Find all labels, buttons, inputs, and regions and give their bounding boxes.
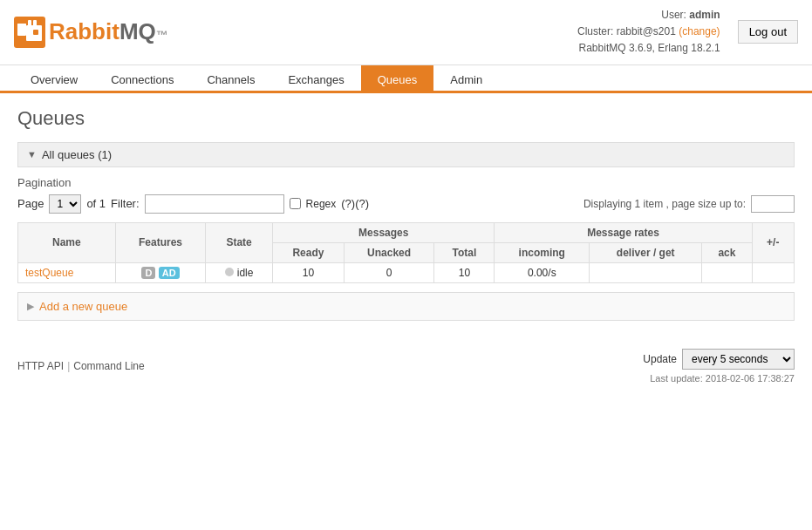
col-header-unacked: Unacked <box>344 242 434 262</box>
feature-badge-d: D <box>141 267 155 279</box>
logout-button[interactable]: Log out <box>738 20 798 44</box>
queue-features-cell: D AD <box>115 262 206 282</box>
col-header-deliver-get: deliver / get <box>590 242 702 262</box>
feature-badge-ad: AD <box>159 267 180 279</box>
queue-ready-cell: 10 <box>272 262 344 282</box>
col-header-incoming: incoming <box>495 242 590 262</box>
svg-rect-6 <box>33 30 38 35</box>
page-size-input[interactable]: 100 <box>751 195 795 213</box>
all-queues-section-header[interactable]: ▼ All queues (1) <box>17 142 795 167</box>
col-header-total: Total <box>434 242 495 262</box>
update-label: Update <box>643 353 677 365</box>
display-info: Displaying 1 item , page size up to: 100 <box>583 195 795 213</box>
last-update-label: Last update: <box>650 373 703 384</box>
page-title: Queues <box>17 107 795 130</box>
regex-hint: (?)(?) <box>341 197 369 210</box>
col-header-features: Features <box>115 222 206 262</box>
table-row: testQueueD AD idle100100.00/s <box>18 262 795 282</box>
update-section: Update every 5 secondsevery 10 secondsev… <box>643 349 795 384</box>
footer: HTTP API | Command Line Update every 5 s… <box>0 335 812 384</box>
col-group-messages: Messages <box>272 222 495 242</box>
add-queue-arrow-icon: ▶ <box>27 301 34 312</box>
regex-checkbox[interactable] <box>290 198 301 209</box>
nav-item-connections[interactable]: Connections <box>94 65 190 93</box>
nav-item-overview[interactable]: Overview <box>14 65 94 93</box>
update-select[interactable]: every 5 secondsevery 10 secondsevery 30 … <box>682 349 795 370</box>
col-header-name: Name <box>18 222 116 262</box>
rabbitmq-logo-icon <box>14 17 45 48</box>
username: admin <box>689 9 720 21</box>
queue-unacked-cell: 0 <box>344 262 434 282</box>
add-queue-label: Add a new queue <box>39 300 127 313</box>
queue-ack-cell <box>702 262 752 282</box>
regex-label: Regex <box>306 198 337 210</box>
of-label: of 1 <box>86 197 106 210</box>
logo: RabbitMQ™ <box>14 17 168 48</box>
nav-item-queues[interactable]: Queues <box>361 65 434 93</box>
queues-table: Name Features State Messages Message rat… <box>17 222 795 283</box>
main-content: Queues ▼ All queues (1) Pagination Page … <box>0 93 812 335</box>
collapse-arrow-icon: ▼ <box>27 149 37 160</box>
queue-total-cell: 10 <box>434 262 495 282</box>
user-info: User: admin Cluster: rabbit@s201 (change… <box>577 7 720 58</box>
add-queue-section[interactable]: ▶ Add a new queue <box>17 292 795 321</box>
nav-item-channels[interactable]: Channels <box>190 65 271 93</box>
cluster-label: Cluster: <box>577 25 613 37</box>
queue-name-cell: testQueue <box>18 262 116 282</box>
navigation: OverviewConnectionsChannelsExchangesQueu… <box>0 65 812 93</box>
update-row: Update every 5 secondsevery 10 secondsev… <box>643 349 795 370</box>
nav-item-exchanges[interactable]: Exchanges <box>271 65 360 93</box>
pagination-label: Pagination <box>17 176 795 189</box>
command-line-link[interactable]: Command Line <box>73 360 144 372</box>
col-header-state: State <box>206 222 273 262</box>
page-select[interactable]: 1 <box>49 194 81 214</box>
last-update: Last update: 2018-02-06 17:38:27 <box>650 373 795 384</box>
col-header-ready: Ready <box>272 242 344 262</box>
header: RabbitMQ™ User: admin Cluster: rabbit@s2… <box>0 0 812 65</box>
cluster-change-link[interactable]: (change) <box>679 25 720 37</box>
http-api-link[interactable]: HTTP API <box>17 360 64 372</box>
all-queues-label: All queues (1) <box>42 148 112 161</box>
queue-deliver-get-cell <box>590 262 702 282</box>
pagination-row: Page 1 of 1 Filter: Regex (?)(?) Display… <box>17 194 795 214</box>
queue-name-link[interactable]: testQueue <box>25 267 73 279</box>
queue-state-cell: idle <box>206 262 273 282</box>
svg-rect-2 <box>17 24 26 30</box>
col-header-ack: ack <box>702 242 752 262</box>
logo-text: RabbitMQ™ <box>49 18 168 45</box>
cluster-name: rabbit@s201 <box>617 25 676 37</box>
filter-input[interactable] <box>145 194 284 214</box>
col-group-message-rates: Message rates <box>495 222 752 242</box>
queue-incoming-cell: 0.00/s <box>495 262 590 282</box>
user-label: User: <box>661 9 686 21</box>
queue-plus-minus-cell <box>752 262 794 282</box>
footer-links: HTTP API | Command Line <box>17 360 145 372</box>
page-label: Page <box>17 197 44 210</box>
nav-item-admin[interactable]: Admin <box>433 65 499 93</box>
last-update-time: 2018-02-06 17:38:27 <box>706 373 795 384</box>
state-dot-icon <box>225 268 234 276</box>
display-text: Displaying 1 item , page size up to: <box>583 198 746 210</box>
version-info: RabbitMQ 3.6.9, Erlang 18.2.1 <box>577 40 720 57</box>
col-header-plus-minus[interactable]: +/- <box>752 222 794 262</box>
filter-label: Filter: <box>111 197 140 210</box>
footer-separator: | <box>67 360 70 372</box>
